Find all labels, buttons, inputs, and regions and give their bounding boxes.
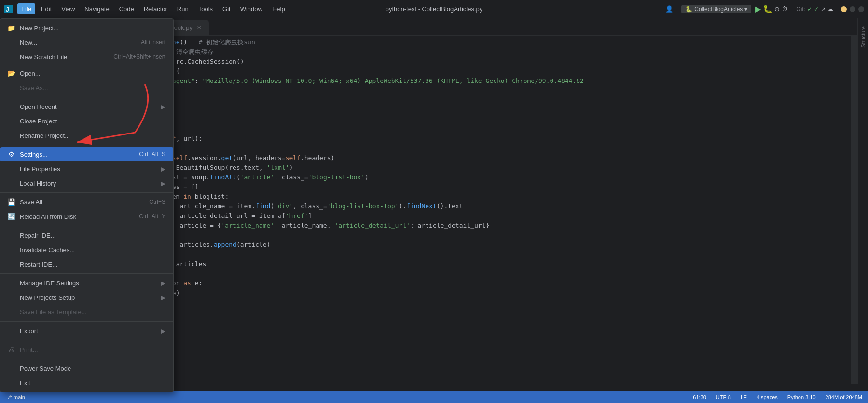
code-line: bloglist = soup.findAll('article', class… [57, 173, 851, 182]
menu-power-save[interactable]: Power Save Mode [0, 361, 173, 376]
status-language[interactable]: Python 3.10 [785, 394, 818, 400]
menu-run[interactable]: Run [173, 3, 193, 14]
menu-file[interactable]: File [17, 3, 35, 14]
git-info: Git: ✓ ✓ ↗ ☁ [796, 6, 833, 13]
menu-new-projects-setup[interactable]: New Projects Setup ▶ [0, 290, 173, 305]
new-icon [6, 38, 16, 47]
code-line: return articles [57, 259, 851, 269]
menu-rename-project[interactable]: Rename Project... [0, 128, 173, 143]
code-line: try: [57, 144, 851, 153]
menu-close-project[interactable]: Close Project [0, 114, 173, 128]
export-label: Export [20, 327, 157, 335]
code-line: def login(self): [57, 105, 851, 115]
repair-icon [6, 230, 16, 240]
coverage-button[interactable]: ⊙ [774, 5, 780, 13]
menu-new[interactable]: New... Alt+Insert [0, 35, 173, 50]
profile-button[interactable]: ⏱ [782, 5, 788, 13]
code-line [57, 124, 851, 134]
code-line: res = self.session.get(url, headers=self… [57, 153, 851, 163]
history-arrow: ▶ [161, 180, 165, 187]
menu-exit[interactable]: Exit [0, 376, 173, 390]
new-scratch-label: New Scratch File [20, 54, 106, 61]
minimize-button[interactable] [841, 6, 847, 12]
menu-tools[interactable]: Tools [194, 3, 217, 14]
code-line: rc.clear() # 清空爬虫缓存 [57, 47, 851, 57]
tab-close-icon-2[interactable]: ✕ [195, 24, 203, 31]
git-branch-status[interactable]: ⎇ main [4, 394, 27, 401]
menu-new-scratch[interactable]: New Scratch File Ctrl+Alt+Shift+Insert [0, 50, 173, 64]
menu-settings[interactable]: ⚙ Settings... Ctrl+Alt+S [0, 147, 173, 161]
menu-open[interactable]: 📂 Open... [0, 66, 173, 81]
status-indent[interactable]: 4 spaces [755, 394, 780, 400]
manage-ide-arrow: ▶ [161, 280, 165, 287]
divider-2 [0, 145, 173, 145]
rename-icon [6, 131, 16, 140]
save-all-label: Save All [20, 199, 141, 206]
code-line [57, 95, 851, 105]
code-line: for item in bloglist: [57, 192, 851, 202]
menu-repair-ide[interactable]: Repair IDE... [0, 228, 173, 242]
divider-8 [0, 359, 173, 359]
menu-open-recent[interactable]: Open Recent ▶ [0, 99, 173, 114]
save-as-label: Save As... [20, 84, 165, 92]
maximize-button[interactable] [850, 6, 855, 12]
status-line-ending[interactable]: LF [739, 394, 749, 400]
debug-button[interactable]: 🐛 [763, 4, 772, 13]
close-button[interactable] [858, 6, 864, 12]
recent-arrow: ▶ [161, 103, 165, 110]
project-selector-icon: 🐍 [685, 6, 692, 13]
export-arrow: ▶ [161, 327, 165, 335]
new-project-label: New Project... [20, 25, 165, 32]
menu-file-properties[interactable]: File Properties ▶ [0, 161, 173, 176]
divider-3 [0, 192, 173, 193]
code-line: def getArticleList(self, url): [57, 134, 851, 144]
structure-label[interactable]: Structure [858, 22, 868, 52]
repair-ide-label: Repair IDE... [20, 232, 165, 239]
menu-reload-disk[interactable]: 🔄 Reload All from Disk Ctrl+Alt+Y [0, 209, 173, 224]
open-icon: 📂 [6, 68, 16, 78]
project-selector[interactable]: 🐍 CollectBlogArticles ▾ [681, 5, 751, 13]
menu-new-project[interactable]: 📁 New Project... [0, 21, 173, 35]
save-all-icon: 💾 [6, 197, 16, 207]
menu-invalidate-caches[interactable]: Invalidate Caches... [0, 242, 173, 257]
menu-manage-ide[interactable]: Manage IDE Settings ▶ [0, 276, 173, 290]
window-title: python-test - CollectBlogArticles.py [386, 5, 483, 13]
menu-local-history[interactable]: Local History ▶ [0, 176, 173, 190]
account-icon[interactable]: 👤 [665, 5, 673, 13]
close-project-label: Close Project [20, 118, 165, 125]
right-scrollbar-gutter[interactable] [851, 36, 857, 384]
menu-view[interactable]: View [57, 3, 79, 14]
status-memory[interactable]: 284M of 2048M [824, 394, 864, 400]
menu-edit[interactable]: Edit [37, 3, 55, 14]
exit-label: Exit [20, 379, 165, 387]
divider-6 [0, 321, 173, 322]
menu-git[interactable]: Git [219, 3, 234, 14]
menu-refactor[interactable]: Refactor [140, 3, 171, 14]
code-line: article_name = item.find('div', class_='… [57, 202, 851, 211]
code-line: self.session = rc.CachedSession() [57, 57, 851, 67]
file-props-icon [6, 164, 16, 174]
menu-navigate[interactable]: Navigate [81, 3, 113, 14]
structure-panel: Structure [857, 18, 868, 384]
menu-code[interactable]: Code [115, 3, 138, 14]
status-line-col[interactable]: 61:30 [691, 394, 708, 400]
file-props-arrow: ▶ [161, 165, 165, 173]
menu-export[interactable]: Export ▶ [0, 323, 173, 338]
code-line [57, 250, 851, 259]
menu-restart-ide[interactable]: Restart IDE... [0, 257, 173, 271]
code-line [57, 269, 851, 279]
menu-window[interactable]: Window [236, 3, 266, 14]
menu-help[interactable]: Help [268, 3, 289, 14]
file-props-label: File Properties [20, 165, 157, 173]
run-button[interactable]: ▶ [755, 4, 761, 13]
save-template-label: Save File as Template... [20, 309, 165, 316]
code-line: articles = [] [57, 182, 851, 192]
chevron-down-icon: ▾ [744, 6, 747, 13]
toolbar-run-area: ▶ 🐛 ⊙ ⏱ [755, 4, 788, 13]
settings-shortcut: Ctrl+Alt+S [139, 151, 165, 158]
file-menu-popup: 📁 New Project... New... Alt+Insert New S… [0, 18, 174, 392]
code-editor[interactable]: rc.install_cache() # 初始化爬虫换sun rc.clear(… [57, 36, 851, 384]
status-encoding[interactable]: UTF-8 [714, 394, 733, 400]
menu-save-all[interactable]: 💾 Save All Ctrl+S [0, 195, 173, 209]
exit-icon [6, 378, 16, 388]
